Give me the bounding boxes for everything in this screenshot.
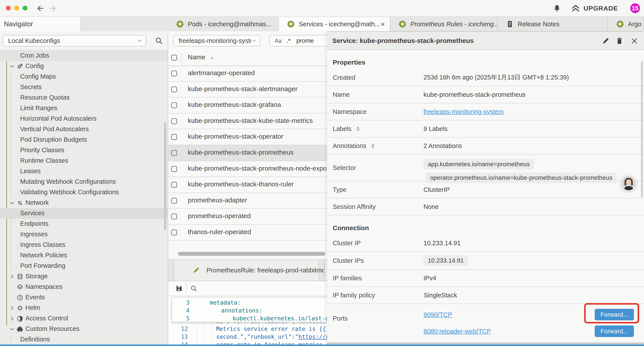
sidebar-item-endpoints[interactable]: Endpoints — [0, 219, 168, 229]
upgrade-button[interactable]: UPGRADE — [584, 4, 618, 12]
row-checkbox[interactable] — [171, 198, 177, 204]
namespace-select[interactable]: freeleaps-monitoring-system — [174, 35, 260, 46]
name-column-header[interactable]: Name — [188, 53, 206, 61]
forward-arrow-icon[interactable] — [49, 4, 57, 12]
row-checkbox[interactable] — [171, 214, 177, 219]
chevron-down-icon[interactable] — [9, 200, 15, 206]
sidebar-item-services[interactable]: Services — [0, 208, 168, 219]
sidebar-item-resource-quotas[interactable]: Resource Quotas — [0, 93, 168, 103]
chevron-down-icon[interactable] — [9, 63, 15, 69]
sidebar-scrollbar[interactable] — [164, 123, 166, 230]
app-tab[interactable]: Pods - icecheng@mathmas... — [168, 17, 278, 31]
row-checkbox[interactable] — [171, 86, 177, 92]
row-checkbox[interactable] — [171, 118, 177, 124]
yaml-editor[interactable]: 5s", for: 1m, labels: { service: 12Metri… — [168, 296, 327, 345]
search-icon[interactable] — [190, 285, 198, 292]
app-tab[interactable]: Release Notes — [498, 17, 608, 31]
row-checkbox[interactable] — [171, 182, 177, 188]
table-row[interactable]: kube-prometheus-stack-grafana — [168, 97, 327, 113]
port-link[interactable]: 9090/TCP — [424, 311, 452, 319]
sidebar-item-config-maps[interactable]: Config Maps — [0, 72, 168, 82]
table-row[interactable]: alertmanager-operated — [168, 66, 327, 82]
sidebar-item-events[interactable]: Events — [0, 292, 168, 303]
row-checkbox[interactable] — [171, 102, 177, 108]
kubeconfig-select[interactable]: Local Kubeconfigs — [3, 35, 146, 46]
horizontal-scrollbar[interactable] — [178, 252, 325, 256]
port-link[interactable]: 8080:reloader-web/TCP — [424, 328, 491, 335]
row-checkbox[interactable] — [171, 150, 177, 156]
sidebar-item-mutating-webhook-configurations[interactable]: Mutating Webhook Configurations — [0, 177, 168, 187]
row-checkbox[interactable] — [171, 166, 177, 172]
regex-toggle[interactable]: .* — [286, 37, 291, 44]
sidebar-item-network-policies[interactable]: Network Policies — [0, 250, 168, 261]
chevron-right-icon[interactable] — [9, 305, 15, 311]
sidebar-item-custom-resources[interactable]: Custom Resources — [0, 324, 168, 335]
expander-icon[interactable] — [370, 143, 376, 149]
sidebar-item-ingress-classes[interactable]: Ingress Classes — [0, 240, 168, 250]
sidebar-item-namespaces[interactable]: Namespaces — [0, 282, 168, 292]
save-icon[interactable] — [175, 284, 183, 293]
editor-tab[interactable]: PrometheusRule: freeleaps-prod-rabbitmq — [174, 260, 319, 281]
sidebar-item-horizontal-pod-autoscalers[interactable]: Horizontal Pod Autoscalers — [0, 114, 168, 124]
close-icon[interactable] — [630, 37, 638, 45]
namespace-link[interactable]: freeleaps-monitoring-system — [424, 108, 504, 115]
sidebar-item-priority-classes[interactable]: Priority Classes — [0, 145, 168, 156]
table-row[interactable]: kube-prometheus-stack-kube-state-metrics — [168, 113, 327, 129]
editor-tab-partial[interactable] — [324, 260, 327, 281]
row-checkbox[interactable] — [171, 70, 177, 76]
sidebar-item-storage[interactable]: Storage — [0, 271, 168, 282]
table-row[interactable]: thanos-ruler-operated — [168, 225, 327, 241]
sidebar-item-leases[interactable]: Leases — [0, 166, 168, 177]
sidebar-item-ingresses[interactable]: Ingresses — [0, 229, 168, 240]
sidebar-item-runtime-classes[interactable]: Runtime Classes — [0, 156, 168, 166]
back-arrow-icon[interactable] — [36, 4, 44, 12]
sidebar-item-cron-jobs[interactable]: Cron Jobs — [0, 50, 168, 61]
search-icon[interactable] — [155, 36, 163, 45]
table-row[interactable]: kube-prometheus-stack-prometheus-node-ex… — [168, 161, 327, 177]
chevron-right-icon[interactable] — [9, 274, 15, 280]
close-window-button[interactable] — [6, 6, 11, 10]
app-tab[interactable]: Services - icecheng@math... × — [278, 17, 390, 31]
table-row[interactable]: kube-prometheus-stack-thanos-ruler — [168, 177, 327, 193]
forward-button[interactable]: Forward... — [595, 309, 634, 320]
sidebar-item-port-forwarding[interactable]: Port Forwarding — [0, 261, 168, 271]
select-all-checkbox[interactable] — [171, 55, 177, 61]
sidebar-item-limit-ranges[interactable]: Limit Ranges — [0, 103, 168, 114]
row-checkbox[interactable] — [171, 230, 177, 235]
trash-icon[interactable] — [616, 37, 624, 45]
row-checkbox[interactable] — [171, 134, 177, 140]
table-row[interactable]: prometheus-operated — [168, 209, 327, 225]
match-case-toggle[interactable]: Aa — [275, 37, 282, 44]
app-tab[interactable]: Argo Se — [608, 17, 644, 31]
sort-ascending-icon[interactable] — [209, 55, 215, 61]
code-link[interactable]: https://net — [298, 334, 327, 340]
upgrade-chevrons-icon[interactable] — [571, 4, 580, 13]
sidebar-item-helm[interactable]: Helm — [0, 303, 168, 313]
chevron-right-icon[interactable] — [9, 316, 15, 322]
forward-button[interactable]: Forward... — [595, 326, 634, 337]
sidebar-item-network[interactable]: Network — [0, 198, 168, 208]
sidebar-item-definitions[interactable]: Definitions — [0, 335, 168, 345]
resource-search-input[interactable]: Aa .* prome — [270, 35, 327, 46]
table-row[interactable]: kube-prometheus-stack-operator — [168, 129, 327, 145]
sidebar-item-secrets[interactable]: Secrets — [0, 82, 168, 93]
notification-badge[interactable]: 15 — [630, 3, 640, 13]
expander-icon[interactable] — [355, 126, 361, 132]
table-row[interactable]: kube-prometheus-stack-prometheus — [168, 145, 327, 161]
close-tab-icon[interactable]: × — [380, 20, 385, 28]
sidebar-item-validating-webhook-configurations[interactable]: Validating Webhook Configurations — [0, 187, 168, 198]
drawer-scrollbar[interactable] — [641, 61, 643, 197]
sidebar-item-vertical-pod-autoscalers[interactable]: Vertical Pod Autoscalers — [0, 124, 168, 135]
avatar[interactable] — [620, 175, 637, 191]
sidebar-item-config[interactable]: Config — [0, 61, 168, 72]
bell-icon[interactable] — [553, 4, 561, 12]
navigator-panel-tab[interactable]: Navigator — [0, 17, 81, 31]
table-row[interactable]: kube-prometheus-stack-alertmanager — [168, 82, 327, 98]
chevron-down-icon[interactable] — [9, 326, 15, 332]
edit-pencil-icon[interactable] — [602, 37, 610, 45]
sidebar-item-access-control[interactable]: Access Control — [0, 313, 168, 324]
minimize-window-button[interactable] — [14, 6, 19, 10]
maximize-window-button[interactable] — [22, 6, 28, 10]
app-tab[interactable]: Prometheus Rules - icecheng... — [390, 17, 498, 31]
sidebar-item-pod-disruption-budgets[interactable]: Pod Disruption Budgets — [0, 135, 168, 145]
